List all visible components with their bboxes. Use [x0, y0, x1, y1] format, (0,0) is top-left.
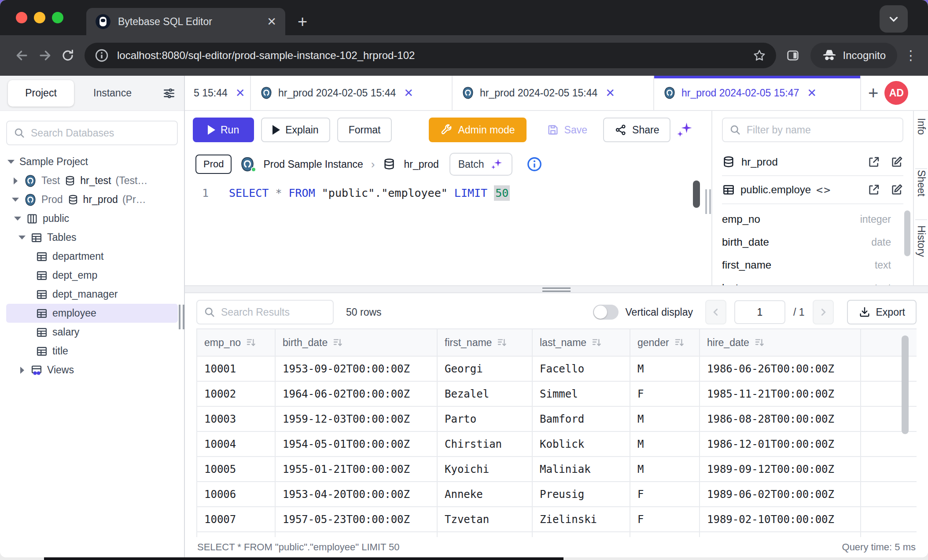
column-header-first_name[interactable]: first_name [438, 329, 533, 357]
table-cell[interactable]: Chirstian [438, 432, 533, 457]
chevron-down-icon[interactable] [7, 160, 15, 164]
next-page-button[interactable] [813, 300, 834, 324]
table-cell[interactable]: F [630, 382, 700, 407]
user-avatar[interactable]: AD [884, 81, 908, 105]
connection-info-icon[interactable] [527, 156, 542, 172]
sidebar-settings-icon[interactable] [162, 86, 176, 100]
table-cell[interactable]: F [630, 507, 700, 532]
close-window-button[interactable] [16, 12, 27, 23]
table-cell[interactable] [700, 532, 861, 537]
tree-item-hr_prod[interactable]: Prodhr_prod(Pr… [6, 190, 178, 209]
sidebar-tab-project[interactable]: Project [8, 80, 74, 107]
sort-icon[interactable] [496, 337, 508, 348]
database-search-box[interactable] [6, 121, 178, 145]
database-name[interactable]: hr_prod [404, 158, 438, 170]
tree-item-department[interactable]: department [6, 247, 178, 266]
table-cell[interactable]: 1957-05-23T00:00:00Z [276, 507, 438, 532]
code-icon[interactable]: <> [816, 184, 831, 196]
table-cell[interactable] [438, 532, 533, 537]
sidebar-resize-handle[interactable] [179, 305, 184, 329]
chevron-right-icon[interactable] [11, 177, 19, 184]
external-link-icon[interactable] [867, 155, 880, 169]
share-button[interactable]: Share [603, 118, 670, 142]
table-cell[interactable]: 1986-06-26T00:00:00Z [700, 357, 861, 382]
table-cell[interactable]: M [630, 407, 700, 432]
table-cell[interactable]: Maliniak [533, 457, 630, 482]
admin-mode-button[interactable]: Admin mode [429, 118, 526, 142]
tree-item-salary[interactable]: salary [6, 323, 178, 342]
edit-icon[interactable] [890, 155, 903, 169]
browser-tab[interactable]: Bytebase SQL Editor ✕ [86, 8, 285, 35]
tree-item-Tables[interactable]: Tables [6, 228, 178, 247]
table-cell[interactable]: Parto [438, 407, 533, 432]
table-cell[interactable]: 10006 [197, 482, 276, 507]
explain-button[interactable]: Explain [261, 118, 330, 142]
column-header-last_name[interactable]: last_name [533, 329, 630, 357]
column-header-birth_date[interactable]: birth_date [276, 329, 438, 357]
table-cell[interactable]: 10004 [197, 432, 276, 457]
table-cell[interactable]: 1959-12-03T00:00:00Z [276, 407, 438, 432]
tree-item-Views[interactable]: Views [6, 361, 178, 379]
results-search-box[interactable] [196, 300, 334, 324]
tree-item-title[interactable]: title [6, 342, 178, 361]
column-header-hire_date[interactable]: hire_date [700, 329, 861, 357]
back-button[interactable] [11, 44, 33, 67]
table-cell[interactable]: Bamford [533, 407, 630, 432]
close-tab-icon[interactable]: ✕ [605, 87, 615, 99]
table-cell[interactable]: M [630, 357, 700, 382]
vertical-display-toggle[interactable] [593, 305, 619, 320]
sidebar-tab-instance[interactable]: Instance [93, 87, 132, 99]
table-cell[interactable]: 10007 [197, 507, 276, 532]
table-cell[interactable] [630, 532, 700, 537]
omnibox[interactable]: localhost:8080/sql-editor/prod-sample-in… [85, 43, 776, 68]
tree-item-hr_test[interactable]: Testhr_test(Test… [6, 171, 178, 190]
schema-scrollbar-thumb[interactable] [904, 210, 910, 256]
horizontal-splitter[interactable] [185, 285, 928, 293]
new-sheet-button[interactable]: + [868, 84, 878, 102]
table-cell[interactable]: 10002 [197, 382, 276, 407]
table-cell[interactable]: 1953-09-02T00:00:00Z [276, 357, 438, 382]
table-cell[interactable]: Zielinski [533, 507, 630, 532]
table-cell[interactable]: Kyoichi [438, 457, 533, 482]
tree-item-dept_emp[interactable]: dept_emp [6, 266, 178, 285]
table-cell[interactable]: 10005 [197, 457, 276, 482]
tab-search-button[interactable] [880, 5, 908, 33]
database-search-input[interactable] [31, 127, 171, 139]
previous-page-button[interactable] [705, 300, 726, 324]
close-tab-icon[interactable]: ✕ [404, 87, 413, 99]
table-cell[interactable]: 1989-02-10T00:00:00Z [700, 507, 861, 532]
editor-tab-1[interactable]: hr_prod 2024-02-05 15:44✕ [251, 76, 453, 110]
schema-column-first_name[interactable]: first_nametext [722, 254, 903, 276]
schema-filter-input[interactable] [747, 124, 896, 136]
sort-icon[interactable] [245, 337, 257, 348]
panel-resize-handle[interactable] [705, 189, 711, 214]
table-cell[interactable]: Bezalel [438, 382, 533, 407]
export-button[interactable]: Export [847, 300, 917, 324]
table-cell[interactable] [197, 532, 276, 537]
table-cell[interactable]: 1986-08-28T00:00:00Z [700, 407, 861, 432]
sort-icon[interactable] [591, 337, 602, 348]
tree-item-public[interactable]: public [6, 209, 178, 228]
results-search-input[interactable] [221, 306, 327, 318]
chevron-down-icon[interactable] [11, 198, 19, 202]
sort-icon[interactable] [332, 337, 343, 348]
browser-tab-close-icon[interactable]: ✕ [267, 16, 276, 27]
results-scrollbar-thumb[interactable] [902, 335, 909, 434]
table-cell[interactable]: 1964-06-02T00:00:00Z [276, 382, 438, 407]
format-button[interactable]: Format [337, 118, 392, 142]
table-cell[interactable]: 10003 [197, 407, 276, 432]
table-cell[interactable]: Georgi [438, 357, 533, 382]
table-cell[interactable]: Facello [533, 357, 630, 382]
table-cell[interactable]: Tzvetan [438, 507, 533, 532]
page-number-input[interactable] [734, 300, 785, 324]
new-browser-tab-button[interactable]: + [298, 13, 307, 30]
chevron-right-icon[interactable] [18, 367, 26, 374]
table-cell[interactable]: Anneke [438, 482, 533, 507]
table-cell[interactable]: F [630, 482, 700, 507]
sort-icon[interactable] [754, 337, 765, 348]
instance-name[interactable]: Prod Sample Instance [263, 158, 363, 170]
tree-item-employee[interactable]: employee [6, 304, 178, 323]
side-panel-button[interactable] [781, 44, 804, 67]
bookmark-star-icon[interactable] [752, 48, 766, 63]
table-cell[interactable]: Simmel [533, 382, 630, 407]
